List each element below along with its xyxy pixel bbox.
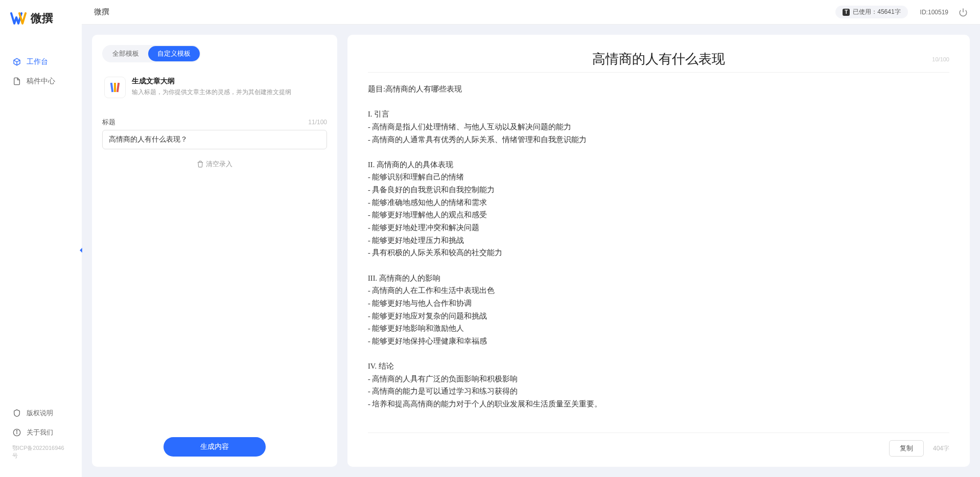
template-tabs: 全部模板 自定义模板 — [102, 45, 201, 62]
sidebar: 微撰 工作台 稿件中心 版权说明 — [0, 0, 82, 477]
template-name: 生成文章大纲 — [132, 77, 325, 86]
output-footer: 复制 404字 — [368, 433, 949, 457]
brand-name: 微撰 — [31, 11, 53, 26]
text-icon: T — [843, 9, 850, 16]
template-books-icon — [104, 77, 126, 98]
output-divider — [368, 72, 949, 73]
document-icon — [12, 77, 21, 86]
output-title-counter: 10/100 — [932, 56, 949, 62]
logo: 微撰 — [0, 10, 82, 42]
template-card: 生成文章大纲 输入标题，为你提供文章主体的灵感，并为其创建推文提纲 — [102, 73, 327, 102]
main-area: 微撰 T 已使用： 45641字 ID:100519 全部模板 自定义模板 — [82, 0, 980, 477]
nav-about[interactable]: 关于我们 — [0, 423, 82, 442]
title-label: 标题 — [102, 118, 115, 127]
icp-text: 鄂ICP备2022016946号 — [0, 442, 82, 462]
page-title: 微撰 — [94, 7, 109, 17]
usage-label: 已使用： — [853, 8, 877, 16]
title-input[interactable] — [102, 130, 327, 149]
output-body: 题目:高情商的人有哪些表现 I. 引言 - 高情商是指人们处理情绪、与他人互动以… — [368, 83, 949, 427]
logo-icon — [10, 10, 27, 27]
collapse-handle-icon[interactable] — [78, 245, 85, 256]
nav-copyright-label: 版权说明 — [27, 408, 53, 418]
tab-all-templates[interactable]: 全部模板 — [103, 46, 148, 61]
shield-icon — [12, 408, 21, 418]
template-desc: 输入标题，为你提供文章主体的灵感，并为其创建推文提纲 — [132, 88, 325, 97]
nav-copyright[interactable]: 版权说明 — [0, 403, 82, 423]
topbar: 微撰 T 已使用： 45641字 ID:100519 — [82, 0, 980, 25]
user-id: ID:100519 — [920, 9, 948, 16]
usage-badge: T 已使用： 45641字 — [835, 6, 907, 18]
svg-rect-6 — [116, 83, 120, 92]
svg-point-2 — [16, 430, 17, 431]
trash-icon — [197, 161, 204, 168]
clear-label: 清空录入 — [206, 160, 232, 169]
sidebar-bottom: 版权说明 关于我们 鄂ICP备2022016946号 — [0, 403, 82, 467]
output-word-count: 404字 — [933, 444, 949, 453]
tab-custom-templates[interactable]: 自定义模板 — [148, 46, 200, 61]
info-icon — [12, 428, 21, 437]
clear-input-button[interactable]: 清空录入 — [102, 160, 327, 169]
generate-button[interactable]: 生成内容 — [164, 437, 266, 457]
cube-icon — [12, 57, 21, 66]
copy-button[interactable]: 复制 — [889, 440, 924, 457]
output-title: 高情商的人有什么表现 — [592, 52, 725, 66]
title-label-row: 标题 11/100 — [102, 118, 327, 127]
svg-rect-5 — [114, 83, 116, 92]
nav-workspace-label: 工作台 — [27, 57, 48, 66]
app-root: 微撰 工作台 稿件中心 版权说明 — [0, 0, 980, 477]
content-area: 全部模板 自定义模板 生成文章大纲 输入标题，为你提供文章主体的灵感，并为其创建… — [82, 25, 980, 477]
input-panel: 全部模板 自定义模板 生成文章大纲 输入标题，为你提供文章主体的灵感，并为其创建… — [92, 35, 337, 467]
nav-about-label: 关于我们 — [27, 428, 53, 437]
svg-rect-4 — [110, 83, 113, 92]
output-panel: 高情商的人有什么表现 10/100 题目:高情商的人有哪些表现 I. 引言 - … — [347, 35, 970, 467]
power-icon[interactable] — [959, 8, 968, 17]
nav-drafts-label: 稿件中心 — [27, 77, 55, 86]
usage-value: 45641字 — [877, 8, 900, 16]
nav-drafts[interactable]: 稿件中心 — [0, 72, 82, 91]
title-char-count: 11/100 — [308, 119, 327, 126]
output-title-row: 高情商的人有什么表现 10/100 — [368, 50, 949, 68]
template-info: 生成文章大纲 输入标题，为你提供文章主体的灵感，并为其创建推文提纲 — [132, 77, 325, 97]
nav-workspace[interactable]: 工作台 — [0, 52, 82, 72]
main-nav: 工作台 稿件中心 — [0, 42, 82, 403]
